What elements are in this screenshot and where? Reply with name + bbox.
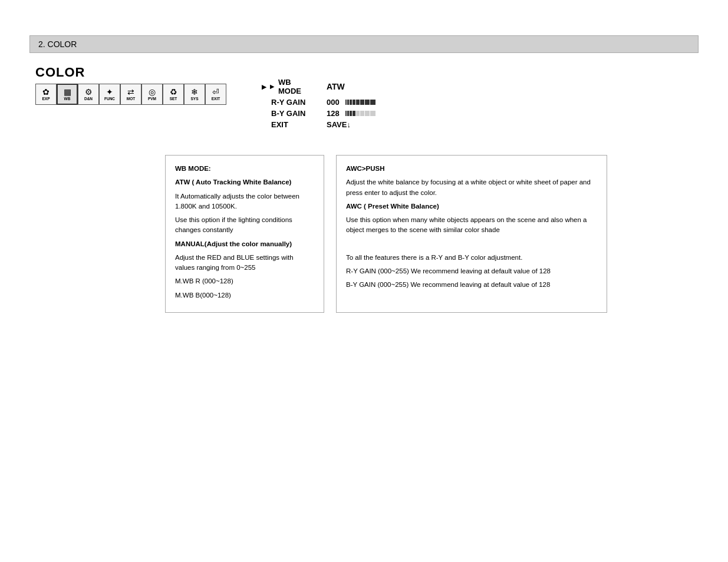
description-left-box: WB MODE: ATW ( Auto Tracking White Balan… bbox=[165, 155, 324, 313]
desc-right-line-4 bbox=[346, 239, 597, 249]
menu-row-by-gain: B-Y GAIN 128 bbox=[262, 109, 376, 118]
menu-label-ry-gain[interactable]: R-Y GAIN bbox=[262, 98, 315, 107]
desc-left-line-1: It Automatically adjusts the color betwe… bbox=[175, 191, 314, 212]
desc-right-line-6: R-Y GAIN (000~255) We recommend leaving … bbox=[346, 266, 597, 276]
menu-value-wb-mode: ATW bbox=[327, 82, 345, 91]
desc-left-line-3: MANUAL(Adjust the color manually) bbox=[175, 239, 314, 249]
desc-left-line-0: ATW ( Auto Tracking White Balance) bbox=[175, 177, 314, 187]
menu-panel: ▶ WB MODE ATW R-Y GAIN 000 bbox=[262, 78, 376, 131]
desc-right-line-3: Use this option when many white objects … bbox=[346, 215, 597, 236]
desc-right-line-7: B-Y GAIN (000~255) We recommend leaving … bbox=[346, 280, 597, 290]
icon-wb[interactable]: ▦ WB bbox=[57, 84, 78, 105]
desc-left-title: WB MODE: bbox=[175, 164, 314, 174]
header-label: 2. COLOR bbox=[38, 39, 77, 49]
desc-left-line-6: M.WB B(000~128) bbox=[175, 290, 314, 300]
desc-right-line-2: AWC ( Preset White Balance) bbox=[346, 201, 597, 211]
desc-right-line-1: Adjust the white balance by focusing at … bbox=[346, 177, 597, 198]
menu-row-wb-mode: ▶ WB MODE ATW bbox=[262, 78, 376, 95]
menu-value-ry-gain: 000 bbox=[327, 98, 376, 107]
icon-func[interactable]: ✦ FUNC bbox=[99, 84, 120, 105]
menu-label-exit[interactable]: EXIT bbox=[262, 120, 315, 129]
icon-row: ✿ EXP ▦ WB ⚙ D&N ✦ FUNC bbox=[35, 84, 226, 105]
description-right-box: AWC>PUSH Adjust the white balance by foc… bbox=[336, 155, 607, 313]
icon-exp[interactable]: ✿ EXP bbox=[35, 84, 57, 105]
menu-label-by-gain[interactable]: B-Y GAIN bbox=[262, 109, 315, 118]
description-section: WB MODE: ATW ( Auto Tracking White Balan… bbox=[165, 155, 693, 313]
icon-sys[interactable]: ❄ SYS bbox=[184, 84, 205, 105]
desc-right-line-5: To all the features there is a R-Y and B… bbox=[346, 253, 597, 263]
icon-pvm[interactable]: ◎ PVM bbox=[141, 84, 163, 105]
icon-mot[interactable]: ⇄ MOT bbox=[120, 84, 141, 105]
arrow-icon: ▶ bbox=[270, 84, 274, 90]
desc-left-line-5: M.WB R (000~128) bbox=[175, 276, 314, 286]
desc-left-line-4: Adjust the RED and BLUE settings with va… bbox=[175, 253, 314, 273]
icon-exit[interactable]: ⏎ EXIT bbox=[205, 84, 226, 105]
menu-row-exit: EXIT SAVE↓ bbox=[262, 120, 376, 129]
bar-by bbox=[345, 111, 376, 116]
desc-right-line-0: AWC>PUSH bbox=[346, 164, 597, 174]
desc-left-line-2: Use this option if the lighting conditio… bbox=[175, 215, 314, 236]
bar-ry bbox=[345, 100, 376, 105]
menu-value-save: SAVE↓ bbox=[327, 120, 351, 129]
menu-row-ry-gain: R-Y GAIN 000 bbox=[262, 98, 376, 107]
main-content: COLOR ✿ EXP ▦ WB ⚙ D&N bbox=[29, 65, 699, 313]
header-bar: 2. COLOR bbox=[29, 35, 699, 53]
icon-dn[interactable]: ⚙ D&N bbox=[78, 84, 99, 105]
menu-value-by-gain: 128 bbox=[327, 109, 376, 118]
icon-set[interactable]: ♻ SET bbox=[163, 84, 184, 105]
menu-label-wb-mode[interactable]: ▶ WB MODE bbox=[262, 78, 315, 95]
